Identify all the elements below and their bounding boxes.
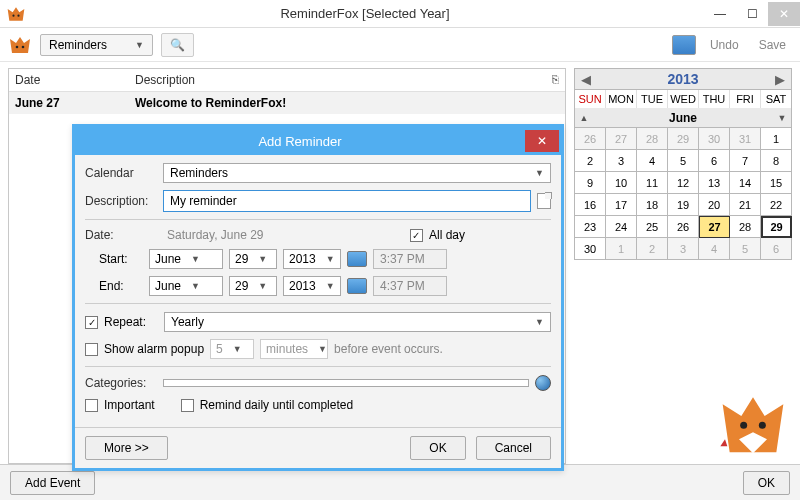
calendar-day[interactable]: 4 — [637, 150, 668, 172]
calendar-view-button[interactable] — [672, 35, 696, 55]
calendar-day[interactable]: 30 — [575, 238, 606, 260]
dialog-cancel-button[interactable]: Cancel — [476, 436, 551, 460]
calendar-day[interactable]: 29 — [668, 128, 699, 150]
calendar-day[interactable]: 1 — [761, 128, 792, 150]
calendar-day[interactable]: 7 — [730, 150, 761, 172]
start-year-select[interactable]: 2013▼ — [283, 249, 341, 269]
allday-checkbox[interactable] — [410, 229, 423, 242]
calendar-day[interactable]: 8 — [761, 150, 792, 172]
expand-icon[interactable]: ⎘ — [552, 73, 559, 85]
calendar-day[interactable]: 30 — [699, 128, 730, 150]
calendar-day[interactable]: 3 — [668, 238, 699, 260]
start-calendar-picker[interactable] — [347, 251, 367, 267]
save-button[interactable]: Save — [753, 34, 792, 56]
dialog-title: Add Reminder — [75, 134, 525, 149]
calendar-day[interactable]: 27 — [699, 216, 730, 238]
search-icon: 🔍 — [170, 38, 185, 52]
calendar-label: Calendar — [85, 166, 157, 180]
calendar-day[interactable]: 28 — [730, 216, 761, 238]
calendar-day[interactable]: 27 — [606, 128, 637, 150]
calendar-day[interactable]: 26 — [668, 216, 699, 238]
end-day-select[interactable]: 29▼ — [229, 276, 277, 296]
next-year-button[interactable]: ▶ — [769, 72, 791, 87]
alarm-label: Show alarm popup — [104, 342, 204, 356]
calendar-day[interactable]: 6 — [761, 238, 792, 260]
calendar-day[interactable]: 25 — [637, 216, 668, 238]
minimize-button[interactable]: — — [704, 2, 736, 26]
end-time-input[interactable]: 4:37 PM — [373, 276, 447, 296]
svg-point-1 — [17, 14, 19, 16]
row-desc: Welcome to ReminderFox! — [135, 96, 559, 110]
calendar-day[interactable]: 19 — [668, 194, 699, 216]
view-dropdown[interactable]: Reminders ▼ — [40, 34, 153, 56]
start-time-input[interactable]: 3:37 PM — [373, 249, 447, 269]
calendar-day[interactable]: 1 — [606, 238, 637, 260]
globe-icon[interactable] — [535, 375, 551, 391]
calendar-day[interactable]: 13 — [699, 172, 730, 194]
end-month-select[interactable]: June▼ — [149, 276, 223, 296]
calendar-day[interactable]: 18 — [637, 194, 668, 216]
calendar-day[interactable]: 2 — [575, 150, 606, 172]
repeat-checkbox[interactable] — [85, 316, 98, 329]
calendar-day[interactable]: 14 — [730, 172, 761, 194]
start-day-select[interactable]: 29▼ — [229, 249, 277, 269]
month-label: June — [593, 111, 773, 125]
col-desc-header[interactable]: Description — [135, 73, 559, 87]
calendar-day[interactable]: 31 — [730, 128, 761, 150]
calendar-day[interactable]: 5 — [730, 238, 761, 260]
undo-button[interactable]: Undo — [704, 34, 745, 56]
calendar-day[interactable]: 11 — [637, 172, 668, 194]
calendar-day[interactable]: 12 — [668, 172, 699, 194]
calendar-day[interactable]: 6 — [699, 150, 730, 172]
dow-tue: TUE — [637, 90, 668, 108]
calendar-day[interactable]: 16 — [575, 194, 606, 216]
list-row[interactable]: June 27 Welcome to ReminderFox! — [9, 92, 565, 114]
remind-daily-checkbox[interactable] — [181, 399, 194, 412]
dow-wed: WED — [668, 90, 699, 108]
close-button[interactable]: ✕ — [768, 2, 800, 26]
calendar-day[interactable]: 15 — [761, 172, 792, 194]
calendar-day[interactable]: 2 — [637, 238, 668, 260]
calendar-day[interactable]: 10 — [606, 172, 637, 194]
calendar-day[interactable]: 9 — [575, 172, 606, 194]
important-checkbox[interactable] — [85, 399, 98, 412]
add-event-button[interactable]: Add Event — [10, 471, 95, 495]
end-calendar-picker[interactable] — [347, 278, 367, 294]
calendar-day[interactable]: 4 — [699, 238, 730, 260]
fox-mascot-icon — [718, 388, 788, 458]
dialog-close-button[interactable]: ✕ — [525, 130, 559, 152]
calendar-day[interactable]: 17 — [606, 194, 637, 216]
more-button[interactable]: More >> — [85, 436, 168, 460]
start-month-select[interactable]: June▼ — [149, 249, 223, 269]
alarm-amount-select[interactable]: 5▼ — [210, 339, 254, 359]
maximize-button[interactable]: ☐ — [736, 2, 768, 26]
calendar-day[interactable]: 26 — [575, 128, 606, 150]
alarm-tail: before event occurs. — [334, 342, 443, 356]
calendar-day[interactable]: 5 — [668, 150, 699, 172]
calendar-day[interactable]: 3 — [606, 150, 637, 172]
description-input[interactable]: My reminder — [163, 190, 531, 212]
copy-icon[interactable] — [537, 193, 551, 209]
dialog-ok-button[interactable]: OK — [410, 436, 465, 460]
end-label: End: — [99, 279, 143, 293]
calendar-day[interactable]: 23 — [575, 216, 606, 238]
calendar-day[interactable]: 28 — [637, 128, 668, 150]
calendar-select[interactable]: Reminders ▼ — [163, 163, 551, 183]
year-label[interactable]: 2013 — [597, 71, 769, 87]
calendar-day[interactable]: 29 — [761, 216, 792, 238]
col-date-header[interactable]: Date — [15, 73, 135, 87]
calendar-day[interactable]: 22 — [761, 194, 792, 216]
calendar-day[interactable]: 24 — [606, 216, 637, 238]
calendar-day[interactable]: 20 — [699, 194, 730, 216]
main-ok-button[interactable]: OK — [743, 471, 790, 495]
alarm-unit-select[interactable]: minutes▼ — [260, 339, 328, 359]
categories-input[interactable] — [163, 379, 529, 387]
repeat-select[interactable]: Yearly ▼ — [164, 312, 551, 332]
search-button[interactable]: 🔍 — [161, 33, 194, 57]
end-year-select[interactable]: 2013▼ — [283, 276, 341, 296]
calendar-day[interactable]: 21 — [730, 194, 761, 216]
prev-year-button[interactable]: ◀ — [575, 72, 597, 87]
next-month-button[interactable]: ▼ — [773, 113, 791, 123]
alarm-checkbox[interactable] — [85, 343, 98, 356]
prev-month-button[interactable]: ▲ — [575, 113, 593, 123]
